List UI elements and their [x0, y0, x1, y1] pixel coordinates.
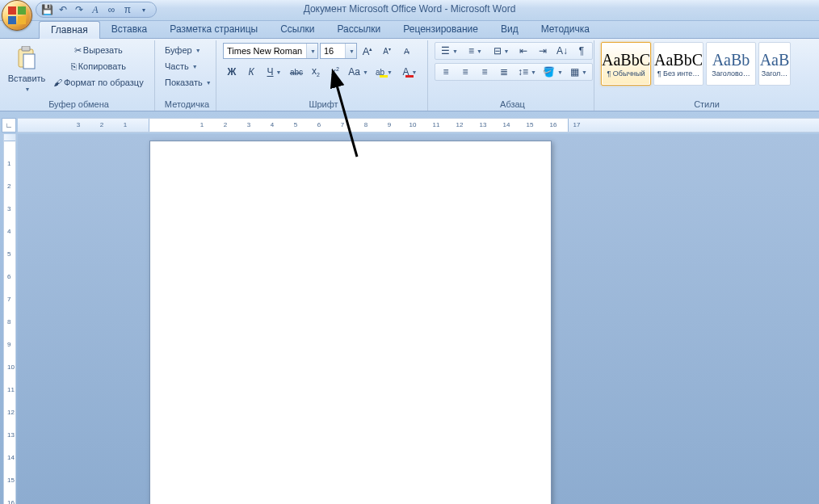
align-right-button[interactable]: ≡ — [476, 63, 494, 81]
style-heading1[interactable]: AaBb Заголово… — [706, 42, 756, 86]
group-metodichka: Буфер▼ Часть▼ Показать▼ Методичка — [158, 40, 216, 111]
font-size-value: 16 — [324, 46, 334, 56]
ruler-tick: 5 — [294, 121, 297, 128]
tab-home[interactable]: Главная — [39, 21, 100, 39]
font-name-combo[interactable]: Times New Roman ▼ — [223, 43, 318, 59]
copy-icon: ⎘ — [71, 61, 77, 71]
ruler-tick: 2 — [224, 121, 227, 128]
group-metodichka-title: Методичка — [162, 99, 212, 111]
ruler-tick: 3 — [7, 205, 10, 212]
cut-button[interactable]: ✂ Вырезать — [50, 42, 147, 58]
change-case-button[interactable]: Aa▼ — [346, 63, 370, 81]
metod-chast-button[interactable]: Часть▼ — [162, 58, 201, 74]
align-center-button[interactable]: ≡ — [456, 63, 474, 81]
titlebar: 💾 ↶ ↷ A ∞ π ▾ Документ Microsoft Office … — [0, 0, 819, 21]
group-styles: AaBbC ¶ Обычный AaBbC ¶ Без инте… AaBb З… — [598, 40, 816, 111]
metod-buffer-button[interactable]: Буфер▼ — [162, 42, 204, 58]
format-painter-button[interactable]: 🖌 Формат по образцу — [50, 74, 147, 90]
office-button[interactable] — [2, 0, 32, 31]
cut-label: Вырезать — [83, 45, 123, 55]
ruler-tick: 15 — [527, 121, 534, 128]
ruler-tick: 4 — [7, 228, 10, 235]
ruler-tick: 2 — [7, 183, 10, 190]
document-area[interactable] — [18, 134, 819, 504]
chevron-down-icon[interactable]: ▼ — [306, 44, 317, 58]
sort-button[interactable]: A↓ — [553, 42, 571, 60]
subscript-button[interactable]: x2 — [307, 63, 325, 81]
borders-button[interactable]: ▦▼ — [566, 63, 590, 81]
style-no-spacing[interactable]: AaBbC ¶ Без инте… — [653, 42, 704, 86]
increase-indent-icon: ⇥ — [539, 45, 547, 57]
multilevel-button[interactable]: ⊟▼ — [489, 42, 513, 60]
grow-font-icon: A▴ — [363, 45, 373, 57]
style-normal[interactable]: AaBbC ¶ Обычный — [601, 42, 651, 86]
ruler-tick: 3 — [247, 121, 250, 128]
increase-indent-button[interactable]: ⇥ — [534, 42, 552, 60]
tab-view[interactable]: Вид — [489, 21, 530, 38]
shading-button[interactable]: 🪣▼ — [540, 63, 565, 81]
align-left-icon: ≡ — [443, 66, 448, 78]
tab-page-layout[interactable]: Разметка страницы — [158, 21, 269, 38]
ruler-tick: 4 — [271, 121, 274, 128]
brush-icon: 🖌 — [53, 78, 62, 87]
ruler-tick: 14 — [7, 454, 15, 461]
highlight-button[interactable]: ab▼ — [372, 63, 396, 81]
ruler-tick: 8 — [7, 318, 10, 326]
line-spacing-button[interactable]: ↕≡▼ — [514, 63, 539, 81]
tab-insert[interactable]: Вставка — [100, 21, 159, 38]
grow-font-button[interactable]: A▴ — [359, 42, 376, 60]
chevron-down-icon[interactable]: ▼ — [345, 44, 356, 58]
tab-references[interactable]: Ссылки — [269, 21, 326, 38]
bucket-icon: 🪣 — [543, 66, 555, 78]
tab-review[interactable]: Рецензирование — [392, 21, 489, 38]
align-left-button[interactable]: ≡ — [437, 63, 455, 81]
justify-button[interactable]: ≣ — [495, 63, 513, 81]
group-styles-title: Стили — [601, 99, 813, 111]
ruler-tick: 6 — [7, 273, 10, 280]
numbering-button[interactable]: ≡▼ — [463, 42, 487, 60]
style-gallery[interactable]: AaBbC ¶ Обычный AaBbC ¶ Без инте… AaBb З… — [601, 42, 791, 95]
horizontal-ruler[interactable]: 3211234567891011121314151617 — [18, 118, 819, 132]
ruler-tick: 11 — [7, 386, 15, 393]
superscript-button[interactable]: x2 — [326, 63, 344, 81]
group-paragraph: ☰▼ ≡▼ ⊟▼ ⇤ ⇥ A↓ ¶ ≡ ≡ ≡ ≣ ↕≡▼ 🪣▼ ▦▼ Абза… — [431, 40, 594, 111]
show-marks-button[interactable]: ¶ — [573, 42, 590, 60]
font-size-combo[interactable]: 16 ▼ — [320, 43, 357, 59]
vertical-ruler[interactable]: 12345678910111213141516 — [3, 134, 16, 504]
decrease-indent-button[interactable]: ⇤ — [514, 42, 532, 60]
ruler-tick: 9 — [388, 121, 391, 128]
strikethrough-button[interactable]: abc — [288, 63, 305, 81]
svg-rect-2 — [23, 54, 35, 69]
metod-pokazat-button[interactable]: Показать▼ — [162, 74, 215, 90]
bullets-button[interactable]: ☰▼ — [437, 42, 461, 60]
subscript-icon: x2 — [312, 65, 320, 78]
style-heading2[interactable]: AaB Загол… — [758, 42, 791, 86]
font-color-button[interactable]: A▼ — [397, 63, 422, 81]
bold-button[interactable]: Ж — [223, 63, 241, 81]
ruler-tick: 11 — [433, 121, 440, 128]
ruler-tick: 7 — [7, 296, 10, 303]
ruler-tick: 13 — [7, 431, 15, 439]
group-clipboard-title: Буфер обмена — [6, 99, 151, 111]
ruler-tick: 1 — [200, 121, 204, 128]
underline-button[interactable]: Ч▼ — [262, 63, 286, 81]
tab-selector[interactable]: ∟ — [2, 118, 16, 132]
line-spacing-icon: ↕≡ — [518, 66, 528, 78]
shrink-font-button[interactable]: A▾ — [378, 42, 396, 60]
svg-rect-1 — [22, 46, 30, 51]
ruler-tick: 15 — [7, 477, 15, 484]
ruler-tick: 12 — [456, 121, 464, 128]
group-paragraph-title: Абзац — [435, 99, 590, 111]
ruler-tick: 6 — [317, 121, 321, 128]
paste-button[interactable]: Вставить ▼ — [6, 42, 47, 95]
document-page[interactable] — [149, 141, 552, 504]
window-title: Документ Microsoft Office Word - Microso… — [0, 3, 819, 15]
multilevel-icon: ⊟ — [494, 45, 502, 57]
italic-button[interactable]: К — [242, 63, 260, 81]
tab-mailings[interactable]: Рассылки — [326, 21, 392, 38]
ruler-tick: 17 — [573, 121, 581, 128]
paste-icon — [15, 46, 38, 70]
tab-metodichka[interactable]: Методичка — [530, 21, 601, 38]
copy-button[interactable]: ⎘ Копировать — [50, 58, 147, 74]
clear-formatting-button[interactable]: A̶ — [397, 42, 415, 60]
